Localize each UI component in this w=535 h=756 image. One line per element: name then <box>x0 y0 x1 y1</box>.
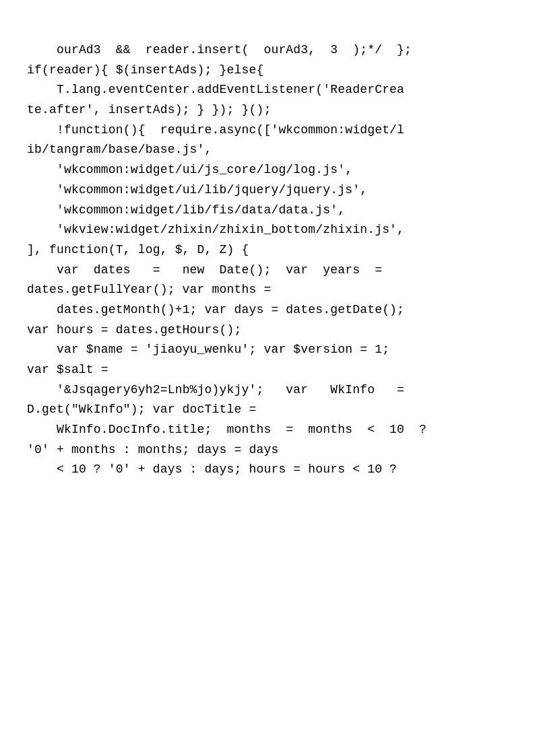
code-content: ourAd3 && reader.insert( ourAd3, 3 );*/ … <box>27 40 508 480</box>
